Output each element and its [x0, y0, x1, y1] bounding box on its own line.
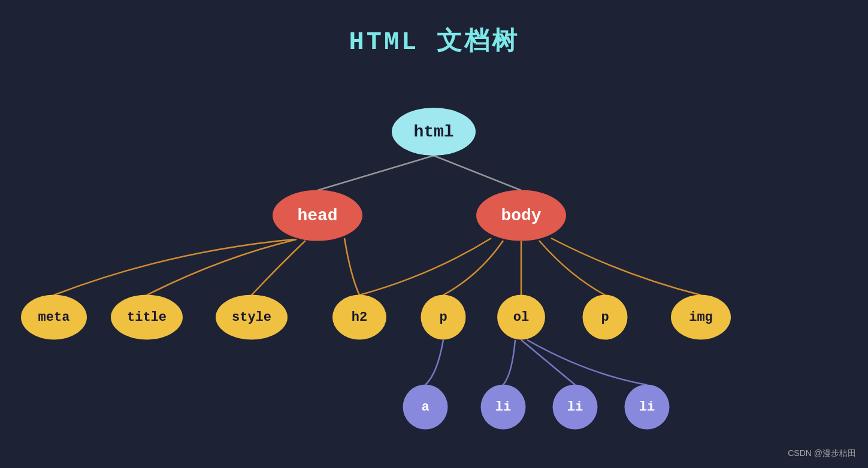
node-style: style: [216, 295, 288, 340]
node-li2: li: [553, 385, 598, 430]
node-img: img: [671, 295, 731, 340]
node-p1: p: [421, 295, 466, 340]
svg-line-1: [434, 156, 521, 190]
node-meta: meta: [21, 295, 87, 340]
watermark: CSDN @漫步桔田: [788, 448, 856, 459]
node-html: html: [392, 108, 476, 156]
svg-line-0: [317, 156, 434, 190]
node-a: a: [403, 385, 448, 430]
tree-diagram: html head body meta title style h2 p ol …: [0, 0, 868, 468]
node-body: body: [476, 190, 566, 241]
node-li3: li: [625, 385, 670, 430]
svg-line-3: [521, 340, 575, 385]
node-h2: h2: [332, 295, 386, 340]
node-title: title: [111, 295, 183, 340]
node-li1: li: [481, 385, 526, 430]
node-ol: ol: [497, 295, 545, 340]
node-p2: p: [583, 295, 628, 340]
node-head: head: [273, 190, 362, 241]
